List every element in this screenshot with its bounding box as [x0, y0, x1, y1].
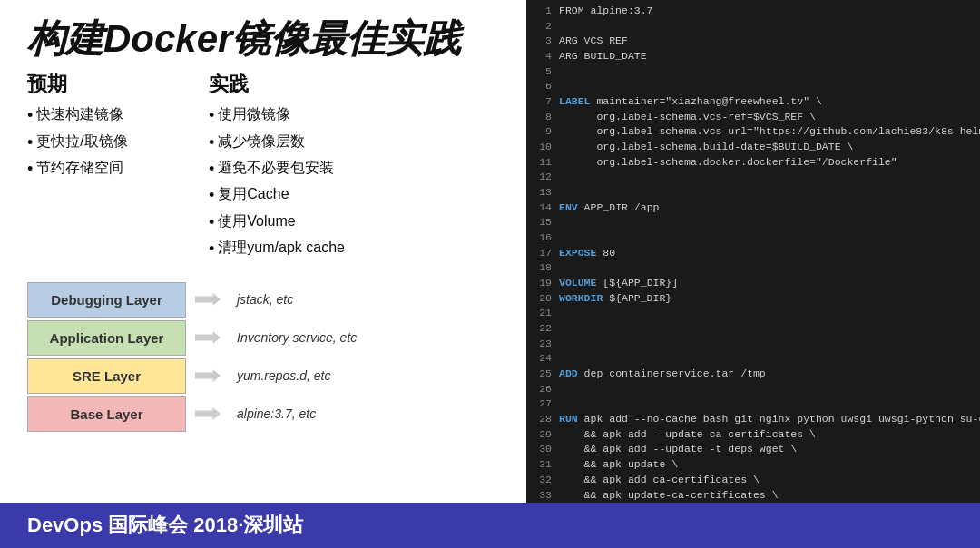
code-panel: 1FROM alpine:3.723ARG VCS_REF4ARG BUILD_…: [526, 0, 980, 503]
code-line: 30 && apk add --update -t deps wget \: [535, 442, 971, 457]
code-line: 9 org.label-schema.vcs-url="https://gith…: [535, 124, 971, 140]
code-line: 19VOLUME [${APP_DIR}]: [535, 276, 971, 291]
line-number: 7: [535, 94, 552, 110]
practice-item-4: 复用Cache: [218, 185, 289, 204]
debugging-layer-label: Debugging Layer: [51, 292, 162, 308]
line-number: 19: [535, 276, 552, 291]
bullet-dot: •: [209, 159, 214, 180]
line-content: ENV APP_DIR /app: [559, 201, 659, 216]
base-layer-desc: alpine:3.7, etc: [237, 406, 316, 421]
line-number: 11: [535, 155, 552, 171]
line-number: 4: [535, 49, 552, 64]
expected-item-3: 节约存储空间: [36, 159, 123, 178]
code-value: APP_DIR /app: [578, 201, 660, 213]
line-number: 21: [535, 306, 552, 321]
code-value: apk add --no-cache bash git nginx python…: [578, 413, 980, 425]
line-content: VOLUME [${APP_DIR}]: [559, 276, 678, 291]
line-content: org.label-schema.build-date=$BUILD_DATE …: [559, 140, 853, 155]
keyword: RUN: [559, 413, 578, 425]
code-line: 33 && apk update-ca-certificates \: [535, 488, 971, 504]
line-content: org.label-schema.vcs-ref=$VCS_REF \: [559, 110, 816, 125]
code-line: 28RUN apk add --no-cache bash git nginx …: [535, 412, 971, 427]
keyword: WORKDIR: [559, 292, 603, 304]
code-line: 24: [535, 351, 971, 367]
keyword: LABEL: [559, 95, 591, 107]
expected-item-1: 快速构建镜像: [36, 105, 123, 124]
line-number: 9: [535, 124, 552, 140]
list-item: • 清理yum/apk cache: [209, 239, 499, 259]
line-content: WORKDIR ${APP_DIR}: [559, 291, 671, 307]
line-number: 33: [535, 488, 552, 504]
slide-title: 构建Docker镜像最佳实践: [27, 18, 499, 60]
arrow-right-icon: [195, 289, 228, 310]
code-line: 27: [535, 396, 971, 412]
line-content: ARG VCS_REF: [559, 34, 628, 49]
keyword: VOLUME: [559, 277, 596, 289]
line-content: FROM alpine:3.7: [559, 4, 653, 19]
layer-row-sre: SRE Layer yum.repos.d, etc: [27, 358, 499, 394]
line-number: 14: [535, 201, 552, 216]
code-line: 17EXPOSE 80: [535, 246, 971, 261]
arrow-right-icon: [195, 365, 228, 387]
code-line: 3ARG VCS_REF: [535, 34, 971, 49]
arrow-right-icon: [195, 327, 228, 348]
line-content: && apk add --update -t deps wget \: [559, 442, 797, 457]
line-number: 12: [535, 170, 552, 185]
line-number: 8: [535, 110, 552, 125]
list-item: • 使用Volume: [209, 212, 499, 233]
list-item: • 复用Cache: [209, 185, 499, 206]
keyword: EXPOSE: [559, 247, 596, 259]
code-line: 22: [535, 321, 971, 337]
code-line: 32 && apk add ca-certificates \: [535, 473, 971, 488]
line-content: org.label-schema.docker.dockerfile="/Doc…: [559, 155, 897, 171]
code-line: 25ADD dep_containerservice.tar /tmp: [535, 367, 971, 382]
code-line: 14ENV APP_DIR /app: [535, 201, 971, 216]
line-content: && apk add ca-certificates \: [559, 473, 760, 488]
layer-row-base: Base Layer alpine:3.7, etc: [27, 396, 499, 432]
code-line: 31 && apk update \: [535, 457, 971, 473]
list-item: • 减少镜像层数: [209, 132, 499, 153]
line-number: 18: [535, 260, 552, 276]
line-number: 15: [535, 215, 552, 230]
sre-layer-box: SRE Layer: [27, 358, 186, 394]
line-content: ADD dep_containerservice.tar /tmp: [559, 367, 766, 382]
bullet-dot: •: [209, 185, 214, 206]
practice-item-1: 使用微镜像: [218, 105, 290, 124]
list-item: • 使用微镜像: [209, 105, 499, 126]
code-line: 26: [535, 382, 971, 397]
line-number: 13: [535, 185, 552, 201]
line-number: 31: [535, 457, 552, 473]
line-number: 23: [535, 337, 552, 352]
code-value: [${APP_DIR}]: [596, 277, 678, 289]
arrow-right-icon: [195, 403, 228, 425]
sre-layer-label: SRE Layer: [73, 368, 141, 384]
bullet-dot: •: [27, 159, 33, 180]
line-number: 32: [535, 473, 552, 488]
practice-item-3: 避免不必要包安装: [218, 159, 334, 178]
code-value: 80: [596, 247, 615, 259]
code-line: 6: [535, 79, 971, 94]
application-layer-box: Application Layer: [27, 320, 186, 356]
code-value: dep_containerservice.tar /tmp: [578, 367, 766, 379]
list-item: • 避免不必要包安装: [209, 159, 499, 180]
left-panel: 构建Docker镜像最佳实践 预期 • 快速构建镜像 • 更快拉/取镜像 • 节…: [0, 0, 526, 503]
line-number: 16: [535, 230, 552, 246]
line-number: 20: [535, 291, 552, 307]
code-line: 15: [535, 215, 971, 230]
line-number: 28: [535, 412, 552, 427]
code-line: 23: [535, 337, 971, 352]
code-value: ${APP_DIR}: [603, 292, 671, 304]
line-number: 22: [535, 321, 552, 337]
line-content: ARG BUILD_DATE: [559, 49, 647, 64]
bullet-dot: •: [27, 105, 33, 126]
base-layer-label: Base Layer: [70, 406, 142, 422]
sre-layer-desc: yum.repos.d, etc: [237, 368, 331, 383]
code-line: 20WORKDIR ${APP_DIR}: [535, 291, 971, 307]
line-number: 3: [535, 34, 552, 49]
code-line: 21: [535, 306, 971, 321]
code-line: 8 org.label-schema.vcs-ref=$VCS_REF \: [535, 110, 971, 125]
line-content: EXPOSE 80: [559, 246, 615, 261]
practice-column: 实践 • 使用微镜像 • 减少镜像层数 • 避免不必要包安装 • 复用Cache: [209, 71, 499, 265]
debugging-layer-desc: jstack, etc: [237, 292, 293, 307]
line-number: 25: [535, 367, 552, 382]
